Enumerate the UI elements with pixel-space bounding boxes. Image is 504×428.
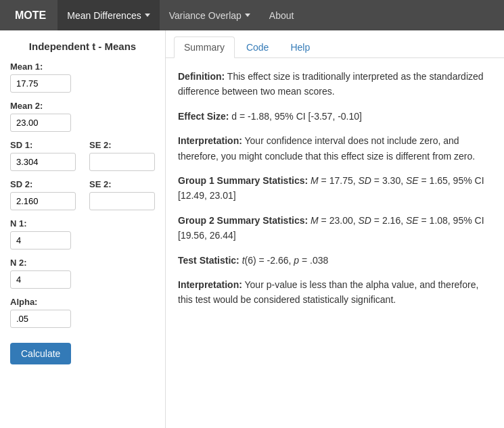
- main-container: Independent t - Means Mean 1: Mean 2: SD…: [0, 30, 504, 428]
- variance-overlap-caret-icon: [245, 14, 250, 17]
- tab-summary[interactable]: Summary: [174, 37, 235, 58]
- effect-size-text: d = -1.88, 95% CI [-3.57, -0.10]: [231, 111, 362, 122]
- se1-input[interactable]: [89, 153, 155, 171]
- n2-group: N 2:: [10, 258, 155, 289]
- test-stat-label: Test Statistic:: [178, 255, 239, 266]
- group1-paragraph: Group 1 Summary Statistics: M = 17.75, S…: [178, 173, 492, 204]
- mean1-group: Mean 1:: [10, 62, 155, 93]
- sd2-group: SD 2:: [10, 179, 76, 210]
- content-panel: Summary Code Help Definition: This effec…: [166, 30, 504, 428]
- se1-group: SE 2:: [89, 140, 155, 171]
- tab-help[interactable]: Help: [280, 37, 320, 58]
- definition-label: Definition:: [178, 71, 225, 82]
- n1-label: N 1:: [10, 218, 155, 229]
- tab-bar: Summary Code Help: [166, 30, 504, 58]
- sd2-input[interactable]: [10, 192, 76, 210]
- nav-variance-overlap[interactable]: Variance Overlap: [160, 0, 260, 30]
- interpretation2-label: Interpretation:: [178, 279, 242, 290]
- tab-code[interactable]: Code: [236, 37, 279, 58]
- definition-paragraph: Definition: This effect size is traditio…: [178, 69, 492, 99]
- alpha-input[interactable]: [10, 310, 71, 328]
- nav-mean-differences[interactable]: Mean Differences: [58, 0, 159, 30]
- group1-label: Group 1 Summary Statistics:: [178, 175, 308, 186]
- sd1-se1-row: SD 1: SE 2:: [10, 140, 155, 171]
- sd2-se2-row: SD 2: SE 2:: [10, 179, 155, 210]
- navbar: MOTE Mean Differences Variance Overlap A…: [0, 0, 504, 30]
- calculate-button[interactable]: Calculate: [10, 343, 71, 364]
- sd1-group: SD 1:: [10, 140, 76, 171]
- mean1-label: Mean 1:: [10, 62, 155, 72]
- n2-input[interactable]: [10, 270, 71, 289]
- sidebar-title: Independent t - Means: [10, 41, 155, 52]
- test-stat-paragraph: Test Statistic: t(6) = -2.66, p = .038: [178, 253, 492, 268]
- mean-differences-caret-icon: [145, 14, 150, 17]
- mean2-label: Mean 2:: [10, 101, 155, 111]
- test-stat-text: t(6) = -2.66, p = .038: [242, 255, 329, 266]
- mean2-input[interactable]: [10, 114, 71, 132]
- se2-label: SE 2:: [89, 179, 155, 189]
- n2-label: N 2:: [10, 258, 155, 268]
- se2-group: SE 2:: [89, 179, 155, 210]
- se1-label: SE 2:: [89, 140, 155, 150]
- mean1-input[interactable]: [10, 74, 71, 93]
- summary-panel: Definition: This effect size is traditio…: [166, 58, 504, 328]
- effect-size-paragraph: Effect Size: d = -1.88, 95% CI [-3.57, -…: [178, 109, 492, 124]
- sidebar: Independent t - Means Mean 1: Mean 2: SD…: [0, 30, 166, 428]
- group2-paragraph: Group 2 Summary Statistics: M = 23.00, S…: [178, 213, 492, 243]
- effect-size-label: Effect Size:: [178, 111, 229, 122]
- se2-input[interactable]: [89, 192, 155, 210]
- interpretation2-paragraph: Interpretation: Your p-value is less tha…: [178, 277, 492, 308]
- n1-input[interactable]: [10, 231, 71, 249]
- interpretation1-label: Interpretation:: [178, 135, 242, 146]
- interpretation1-paragraph: Interpretation: Your confidence interval…: [178, 133, 492, 164]
- brand-logo: MOTE: [7, 9, 54, 22]
- mean2-group: Mean 2:: [10, 101, 155, 132]
- sd1-input[interactable]: [10, 153, 76, 171]
- sd2-label: SD 2:: [10, 179, 76, 189]
- group2-label: Group 2 Summary Statistics:: [178, 215, 308, 226]
- nav-about[interactable]: About: [260, 0, 304, 30]
- alpha-group: Alpha:: [10, 297, 155, 328]
- alpha-label: Alpha:: [10, 297, 155, 307]
- n1-group: N 1:: [10, 218, 155, 249]
- sd1-label: SD 1:: [10, 140, 76, 150]
